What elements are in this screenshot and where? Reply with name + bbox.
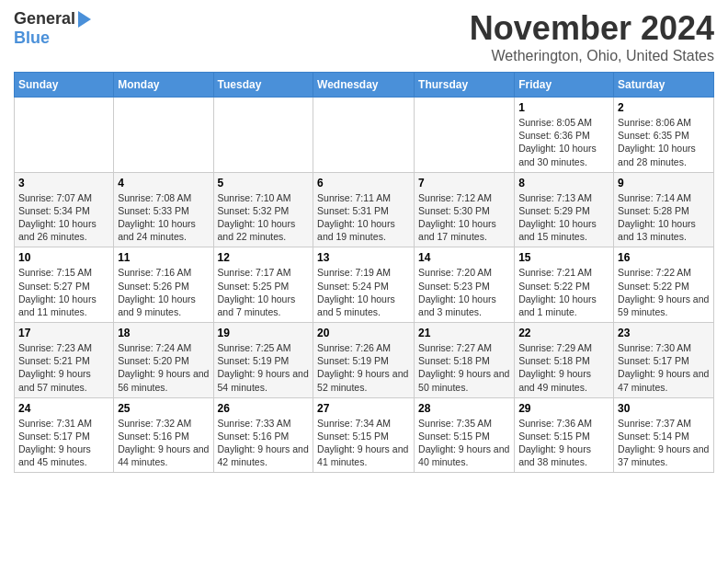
calendar-cell: 17Sunrise: 7:23 AMSunset: 5:21 PMDayligh… bbox=[15, 323, 114, 398]
day-info: Sunrise: 7:11 AMSunset: 5:31 PMDaylight:… bbox=[317, 192, 395, 243]
day-number: 6 bbox=[317, 177, 410, 190]
calendar-cell: 18Sunrise: 7:24 AMSunset: 5:20 PMDayligh… bbox=[114, 323, 213, 398]
day-info: Sunrise: 7:26 AMSunset: 5:19 PMDaylight:… bbox=[317, 342, 408, 393]
logo-blue-text: Blue bbox=[14, 29, 50, 48]
day-number: 15 bbox=[518, 251, 609, 264]
day-number: 22 bbox=[518, 327, 609, 339]
day-info: Sunrise: 7:10 AMSunset: 5:32 PMDaylight:… bbox=[218, 192, 296, 243]
calendar-cell bbox=[313, 98, 415, 173]
day-info: Sunrise: 7:30 AMSunset: 5:17 PMDaylight:… bbox=[618, 342, 709, 393]
calendar-cell: 9Sunrise: 7:14 AMSunset: 5:28 PMDaylight… bbox=[614, 172, 714, 247]
calendar-cell: 25Sunrise: 7:32 AMSunset: 5:16 PMDayligh… bbox=[114, 397, 213, 473]
day-number: 16 bbox=[618, 251, 710, 264]
day-info: Sunrise: 7:27 AMSunset: 5:18 PMDaylight:… bbox=[418, 342, 509, 393]
day-number: 27 bbox=[317, 402, 410, 415]
calendar-cell: 30Sunrise: 7:37 AMSunset: 5:14 PMDayligh… bbox=[614, 397, 714, 473]
day-info: Sunrise: 7:25 AMSunset: 5:19 PMDaylight:… bbox=[218, 342, 309, 393]
day-number: 2 bbox=[618, 101, 710, 114]
day-number: 12 bbox=[218, 251, 310, 264]
day-info: Sunrise: 7:37 AMSunset: 5:14 PMDaylight:… bbox=[618, 418, 709, 468]
day-header-tuesday: Tuesday bbox=[213, 73, 313, 98]
day-header-saturday: Saturday bbox=[614, 73, 714, 98]
day-info: Sunrise: 7:12 AMSunset: 5:30 PMDaylight:… bbox=[418, 192, 496, 243]
calendar-cell: 2Sunrise: 8:06 AMSunset: 6:35 PMDaylight… bbox=[614, 98, 714, 173]
calendar-week-5: 24Sunrise: 7:31 AMSunset: 5:17 PMDayligh… bbox=[15, 397, 714, 473]
day-number: 10 bbox=[18, 251, 109, 264]
day-info: Sunrise: 8:06 AMSunset: 6:35 PMDaylight:… bbox=[618, 117, 696, 167]
calendar-cell: 22Sunrise: 7:29 AMSunset: 5:18 PMDayligh… bbox=[515, 323, 614, 398]
day-info: Sunrise: 7:29 AMSunset: 5:18 PMDaylight:… bbox=[518, 342, 592, 393]
day-number: 1 bbox=[518, 101, 609, 114]
month-title: November 2024 bbox=[470, 9, 714, 48]
calendar-week-2: 3Sunrise: 7:07 AMSunset: 5:34 PMDaylight… bbox=[15, 172, 714, 247]
day-info: Sunrise: 7:07 AMSunset: 5:34 PMDaylight:… bbox=[18, 192, 97, 243]
day-info: Sunrise: 7:19 AMSunset: 5:24 PMDaylight:… bbox=[317, 267, 395, 317]
calendar-week-4: 17Sunrise: 7:23 AMSunset: 5:21 PMDayligh… bbox=[15, 323, 714, 398]
calendar-cell: 28Sunrise: 7:35 AMSunset: 5:15 PMDayligh… bbox=[415, 397, 515, 473]
calendar-cell: 6Sunrise: 7:11 AMSunset: 5:31 PMDaylight… bbox=[313, 172, 415, 247]
calendar-cell bbox=[415, 98, 515, 173]
calendar-cell: 11Sunrise: 7:16 AMSunset: 5:26 PMDayligh… bbox=[114, 247, 213, 323]
calendar-cell bbox=[114, 98, 213, 173]
calendar-cell: 16Sunrise: 7:22 AMSunset: 5:22 PMDayligh… bbox=[614, 247, 714, 323]
calendar-cell: 4Sunrise: 7:08 AMSunset: 5:33 PMDaylight… bbox=[114, 172, 213, 247]
day-number: 5 bbox=[218, 177, 310, 190]
day-number: 11 bbox=[118, 251, 209, 264]
day-number: 14 bbox=[418, 251, 510, 264]
day-info: Sunrise: 7:35 AMSunset: 5:15 PMDaylight:… bbox=[418, 418, 509, 468]
calendar-cell: 7Sunrise: 7:12 AMSunset: 5:30 PMDaylight… bbox=[415, 172, 515, 247]
calendar-cell: 27Sunrise: 7:34 AMSunset: 5:15 PMDayligh… bbox=[313, 397, 415, 473]
day-info: Sunrise: 7:20 AMSunset: 5:23 PMDaylight:… bbox=[418, 267, 496, 317]
calendar-cell: 8Sunrise: 7:13 AMSunset: 5:29 PMDaylight… bbox=[515, 172, 614, 247]
day-number: 7 bbox=[418, 177, 510, 190]
day-number: 25 bbox=[118, 402, 209, 415]
calendar-week-3: 10Sunrise: 7:15 AMSunset: 5:27 PMDayligh… bbox=[15, 247, 714, 323]
day-number: 28 bbox=[418, 402, 510, 415]
title-section: November 2024 Wetherington, Ohio, United… bbox=[470, 9, 714, 64]
calendar-week-1: 1Sunrise: 8:05 AMSunset: 6:36 PMDaylight… bbox=[15, 98, 714, 173]
day-info: Sunrise: 7:21 AMSunset: 5:22 PMDaylight:… bbox=[518, 267, 597, 317]
logo-arrow-icon bbox=[78, 11, 91, 28]
calendar-cell: 13Sunrise: 7:19 AMSunset: 5:24 PMDayligh… bbox=[313, 247, 415, 323]
day-header-wednesday: Wednesday bbox=[313, 73, 415, 98]
day-info: Sunrise: 7:13 AMSunset: 5:29 PMDaylight:… bbox=[518, 192, 597, 243]
day-info: Sunrise: 7:16 AMSunset: 5:26 PMDaylight:… bbox=[118, 267, 196, 317]
day-info: Sunrise: 7:15 AMSunset: 5:27 PMDaylight:… bbox=[18, 267, 97, 317]
calendar-cell: 20Sunrise: 7:26 AMSunset: 5:19 PMDayligh… bbox=[313, 323, 415, 398]
calendar-cell: 10Sunrise: 7:15 AMSunset: 5:27 PMDayligh… bbox=[15, 247, 114, 323]
day-info: Sunrise: 7:23 AMSunset: 5:21 PMDaylight:… bbox=[18, 342, 92, 393]
day-info: Sunrise: 7:24 AMSunset: 5:20 PMDaylight:… bbox=[118, 342, 209, 393]
day-info: Sunrise: 7:36 AMSunset: 5:15 PMDaylight:… bbox=[518, 418, 592, 468]
location-title: Wetherington, Ohio, United States bbox=[470, 48, 714, 64]
day-number: 23 bbox=[618, 327, 710, 339]
calendar-cell: 14Sunrise: 7:20 AMSunset: 5:23 PMDayligh… bbox=[415, 247, 515, 323]
day-number: 8 bbox=[518, 177, 609, 190]
day-info: Sunrise: 7:31 AMSunset: 5:17 PMDaylight:… bbox=[18, 418, 92, 468]
calendar-cell bbox=[213, 98, 313, 173]
logo-general-text: General bbox=[14, 9, 75, 29]
day-number: 20 bbox=[317, 327, 410, 339]
calendar-cell: 12Sunrise: 7:17 AMSunset: 5:25 PMDayligh… bbox=[213, 247, 313, 323]
calendar-cell: 23Sunrise: 7:30 AMSunset: 5:17 PMDayligh… bbox=[614, 323, 714, 398]
calendar-cell: 5Sunrise: 7:10 AMSunset: 5:32 PMDaylight… bbox=[213, 172, 313, 247]
day-info: Sunrise: 7:14 AMSunset: 5:28 PMDaylight:… bbox=[618, 192, 696, 243]
calendar-cell: 1Sunrise: 8:05 AMSunset: 6:36 PMDaylight… bbox=[515, 98, 614, 173]
day-info: Sunrise: 7:17 AMSunset: 5:25 PMDaylight:… bbox=[218, 267, 296, 317]
day-number: 18 bbox=[118, 327, 209, 339]
day-info: Sunrise: 7:22 AMSunset: 5:22 PMDaylight:… bbox=[618, 267, 709, 317]
day-number: 17 bbox=[18, 327, 109, 339]
day-info: Sunrise: 8:05 AMSunset: 6:36 PMDaylight:… bbox=[518, 117, 597, 167]
calendar-cell: 29Sunrise: 7:36 AMSunset: 5:15 PMDayligh… bbox=[515, 397, 614, 473]
day-number: 9 bbox=[618, 177, 710, 190]
calendar-cell: 3Sunrise: 7:07 AMSunset: 5:34 PMDaylight… bbox=[15, 172, 114, 247]
day-number: 30 bbox=[618, 402, 710, 415]
calendar-cell: 26Sunrise: 7:33 AMSunset: 5:16 PMDayligh… bbox=[213, 397, 313, 473]
day-number: 24 bbox=[18, 402, 109, 415]
day-number: 26 bbox=[218, 402, 310, 415]
logo: General Blue bbox=[14, 9, 91, 48]
day-header-sunday: Sunday bbox=[15, 73, 114, 98]
day-number: 21 bbox=[418, 327, 510, 339]
day-info: Sunrise: 7:08 AMSunset: 5:33 PMDaylight:… bbox=[118, 192, 196, 243]
calendar-cell: 21Sunrise: 7:27 AMSunset: 5:18 PMDayligh… bbox=[415, 323, 515, 398]
calendar-cell bbox=[15, 98, 114, 173]
